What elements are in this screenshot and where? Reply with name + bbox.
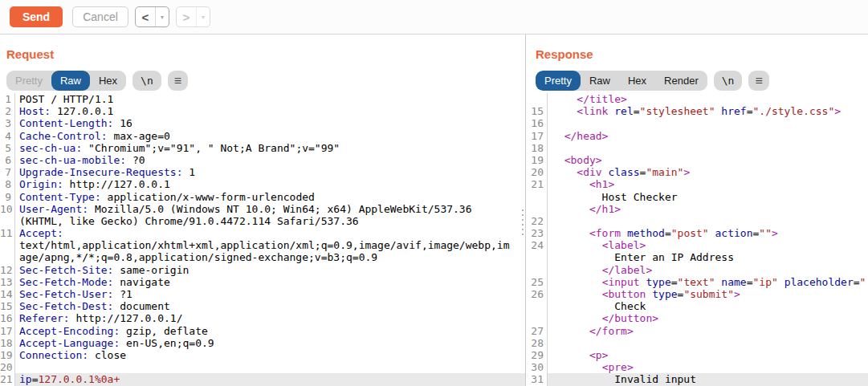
code-text[interactable]: </button> — [548, 312, 868, 324]
code-line[interactable]: Check — [526, 300, 868, 312]
panel-splitter[interactable] — [525, 35, 526, 386]
code-line[interactable]: 5sec-ch-ua: "Chromium";v="91", " Not;A B… — [0, 142, 525, 154]
code-line[interactable]: 13Sec-Fetch-Mode: navigate — [0, 276, 525, 288]
code-line[interactable]: 15Sec-Fetch-Dest: document — [0, 300, 525, 312]
code-line[interactable]: Enter an IP Address — [526, 251, 868, 263]
code-line[interactable]: 7Upgrade-Insecure-Requests: 1 — [0, 166, 525, 178]
code-line[interactable]: 30 <pre> — [526, 361, 868, 373]
code-text[interactable]: <button type="submit"> — [548, 288, 868, 300]
code-text[interactable]: Host: 127.0.0.1 — [15, 105, 525, 117]
code-text[interactable]: </title> — [548, 93, 868, 105]
code-text[interactable]: sec-ch-ua: "Chromium";v="91", " Not;A Br… — [15, 142, 525, 154]
response-newline-toggle-button[interactable]: \n — [714, 71, 743, 91]
code-text[interactable]: Sec-Fetch-Dest: document — [15, 300, 525, 312]
request-newline-toggle-button[interactable]: \n — [132, 71, 161, 91]
code-line[interactable]: 24 <label> — [526, 239, 868, 251]
code-text[interactable]: POST / HTTP/1.1 — [15, 93, 525, 105]
code-line[interactable]: 20 — [0, 361, 525, 373]
code-text[interactable]: Cache-Control: max-age=0 — [15, 130, 525, 142]
code-line[interactable]: 4Cache-Control: max-age=0 — [0, 130, 525, 142]
forward-arrow-icon[interactable]: > — [177, 7, 196, 26]
code-line[interactable]: (KHTML, like Gecko) Chrome/91.0.4472.114… — [0, 215, 525, 227]
code-text[interactable]: Sec-Fetch-Mode: navigate — [15, 276, 525, 288]
code-text[interactable]: <div class="main"> — [548, 166, 868, 178]
code-text[interactable]: <label> — [548, 239, 868, 251]
code-line[interactable]: 6sec-ch-ua-mobile: ?0 — [0, 154, 525, 166]
code-line[interactable]: 14Sec-Fetch-User: ?1 — [0, 288, 525, 300]
code-text[interactable]: Sec-Fetch-User: ?1 — [15, 288, 525, 300]
code-text[interactable]: Content-Type: application/x-www-form-url… — [15, 191, 525, 203]
code-line[interactable]: text/html,application/xhtml+xml,applicat… — [0, 239, 525, 251]
code-text[interactable]: Origin: http://127.0.0.1 — [15, 178, 525, 190]
code-text[interactable]: text/html,application/xhtml+xml,applicat… — [15, 239, 525, 251]
response-tab-hex[interactable]: Hex — [619, 71, 655, 91]
code-line[interactable]: 19 <body> — [526, 154, 868, 166]
code-line[interactable]: 10User-Agent: Mozilla/5.0 (Windows NT 10… — [0, 203, 525, 215]
code-line[interactable]: </title> — [526, 93, 868, 105]
code-line[interactable]: 18 — [526, 142, 868, 154]
code-line[interactable]: 19Connection: close — [0, 349, 525, 361]
code-text[interactable]: Connection: close — [15, 349, 525, 361]
request-tab-pretty[interactable]: Pretty — [6, 71, 51, 91]
code-line[interactable]: 21 <h1> — [526, 178, 868, 190]
request-hamburger-menu-icon[interactable]: ≡ — [168, 71, 188, 91]
code-text[interactable]: Upgrade-Insecure-Requests: 1 — [15, 166, 525, 178]
cancel-button[interactable]: Cancel — [72, 6, 128, 27]
back-arrow-icon[interactable]: < — [136, 7, 155, 26]
code-line[interactable]: 15 <link rel="stylesheet" href="./style.… — [526, 105, 868, 117]
code-line[interactable]: 11Accept: — [0, 227, 525, 239]
code-line[interactable]: 8Origin: http://127.0.0.1 — [0, 178, 525, 190]
code-text[interactable]: Accept-Language: en-US,en;q=0.9 — [15, 337, 525, 349]
code-text[interactable]: <pre> — [548, 361, 868, 373]
code-line[interactable]: 17 </head> — [526, 130, 868, 142]
response-tab-raw[interactable]: Raw — [581, 71, 619, 91]
code-line[interactable]: age/apng,*/*;q=0.8,application/signed-ex… — [0, 251, 525, 263]
code-line[interactable]: 29 <p> — [526, 349, 868, 361]
code-text[interactable]: </h1> — [548, 203, 868, 215]
code-text[interactable]: <h1> — [548, 178, 868, 190]
code-text[interactable]: User-Agent: Mozilla/5.0 (Windows NT 10.0… — [15, 203, 525, 215]
code-text[interactable] — [548, 117, 868, 129]
code-text[interactable]: Enter an IP Address — [548, 251, 868, 263]
code-text[interactable]: (KHTML, like Gecko) Chrome/91.0.4472.114… — [15, 215, 525, 227]
code-text[interactable]: Check — [548, 300, 868, 312]
code-line[interactable]: 1POST / HTTP/1.1 — [0, 93, 525, 105]
code-line[interactable]: 21ip=127.0.0.1%0a+ — [0, 373, 525, 385]
code-text[interactable]: Accept: — [15, 227, 525, 239]
response-tab-pretty[interactable]: Pretty — [536, 71, 581, 91]
code-text[interactable]: </form> — [548, 325, 868, 337]
code-text[interactable]: age/apng,*/*;q=0.8,application/signed-ex… — [15, 251, 525, 263]
code-text[interactable]: <form method="post" action=""> — [548, 227, 868, 239]
send-button[interactable]: Send — [10, 6, 63, 27]
code-line[interactable]: 26 <button type="submit"> — [526, 288, 868, 300]
response-tab-render[interactable]: Render — [655, 71, 707, 91]
code-line[interactable]: 16 — [526, 117, 868, 129]
code-line[interactable]: 25 <input type="text" name="ip" placehol… — [526, 276, 868, 288]
history-back-button[interactable]: < ▼ — [135, 6, 169, 27]
code-text[interactable]: <body> — [548, 154, 868, 166]
response-hamburger-menu-icon[interactable]: ≡ — [748, 71, 768, 91]
code-text[interactable]: Invalid input — [548, 373, 868, 385]
code-line[interactable]: </button> — [526, 312, 868, 324]
code-text[interactable]: Accept-Encoding: gzip, deflate — [15, 325, 525, 337]
request-tab-raw[interactable]: Raw — [51, 71, 90, 91]
code-line[interactable]: 17Accept-Encoding: gzip, deflate — [0, 325, 525, 337]
code-text[interactable] — [548, 215, 868, 227]
code-line[interactable]: 28 — [526, 337, 868, 349]
code-line[interactable]: 18Accept-Language: en-US,en;q=0.9 — [0, 337, 525, 349]
code-line[interactable]: 2Host: 127.0.0.1 — [0, 105, 525, 117]
code-text[interactable]: ip=127.0.0.1%0a+ — [15, 373, 525, 385]
code-text[interactable] — [548, 142, 868, 154]
code-line[interactable]: 27 </form> — [526, 325, 868, 337]
code-line[interactable]: 20 <div class="main"> — [526, 166, 868, 178]
history-forward-button[interactable]: > ▼ — [176, 6, 210, 27]
code-text[interactable]: sec-ch-ua-mobile: ?0 — [15, 154, 525, 166]
code-line[interactable]: Host Checker — [526, 191, 868, 203]
code-text[interactable]: </head> — [548, 130, 868, 142]
back-dropdown-icon[interactable]: ▼ — [155, 7, 169, 26]
code-line[interactable]: </label> — [526, 264, 868, 276]
code-text[interactable] — [15, 361, 525, 373]
code-line[interactable]: 3Content-Length: 16 — [0, 117, 525, 129]
code-line[interactable]: 31 Invalid input — [526, 373, 868, 385]
forward-dropdown-icon[interactable]: ▼ — [196, 7, 210, 26]
